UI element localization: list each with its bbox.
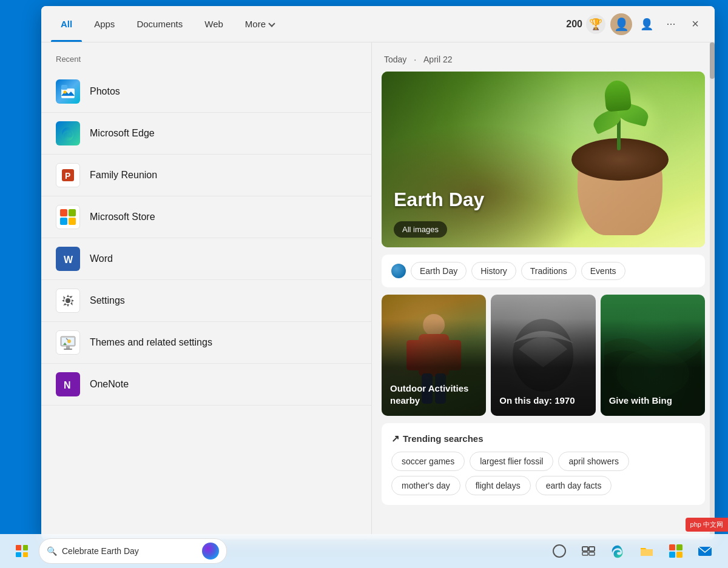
outdoor-label: Outdoor Activities nearby bbox=[390, 383, 486, 406]
onenote-label: OneNote bbox=[90, 379, 129, 390]
card-give-with-bing[interactable]: Give with Bing bbox=[601, 295, 705, 416]
tag-traditions[interactable]: Traditions bbox=[521, 262, 576, 280]
score-value: 200 bbox=[566, 19, 582, 30]
tag-events[interactable]: Events bbox=[581, 262, 625, 280]
edge-icon bbox=[56, 121, 80, 145]
file-explorer-button[interactable] bbox=[633, 538, 660, 564]
sidebar-item-photos[interactable]: Photos bbox=[41, 71, 371, 113]
svg-rect-3 bbox=[61, 85, 67, 90]
nav-tabs: All Apps Documents Web More bbox=[51, 6, 284, 42]
more-options-icon[interactable]: ··· bbox=[661, 15, 681, 34]
taskbar-search[interactable]: 🔍 Celebrate Earth Day bbox=[39, 538, 227, 564]
search-icon: 🔍 bbox=[47, 546, 57, 556]
svg-rect-7 bbox=[69, 209, 76, 216]
svg-point-2 bbox=[64, 91, 67, 94]
win-q3 bbox=[16, 552, 21, 558]
bing-label: Give with Bing bbox=[609, 395, 672, 407]
tag-earth-day[interactable]: Earth Day bbox=[411, 262, 467, 280]
sidebar-item-word[interactable]: W Word bbox=[41, 238, 371, 280]
tab-web[interactable]: Web bbox=[195, 6, 233, 42]
store-taskbar-button[interactable] bbox=[662, 538, 689, 564]
score-badge: 200 🏆 bbox=[566, 15, 605, 34]
svg-text:N: N bbox=[64, 380, 71, 390]
svg-rect-31 bbox=[582, 552, 588, 555]
svg-rect-30 bbox=[589, 547, 595, 551]
family-reunion-label: Family Reunion bbox=[90, 170, 157, 181]
trending-section: ↗ Trending searches soccer games largest… bbox=[382, 423, 705, 505]
search-text: Celebrate Earth Day bbox=[62, 546, 197, 556]
sidebar-item-store[interactable]: Microsoft Store bbox=[41, 196, 371, 238]
themes-icon bbox=[56, 330, 80, 355]
hero-card[interactable]: Earth Day All images bbox=[382, 72, 705, 247]
trend-soccer-games[interactable]: soccer games bbox=[391, 452, 465, 471]
trend-flight-delays[interactable]: flight delays bbox=[465, 476, 531, 495]
trend-earth-day-facts[interactable]: earth day facts bbox=[536, 476, 612, 495]
svg-rect-15 bbox=[66, 346, 70, 349]
svg-rect-36 bbox=[676, 552, 682, 558]
svg-text:W: W bbox=[64, 255, 73, 265]
tab-more[interactable]: More bbox=[235, 6, 284, 42]
trending-chips: soccer games largest flier fossil april … bbox=[391, 452, 695, 495]
tab-all[interactable]: All bbox=[51, 6, 82, 42]
start-button[interactable] bbox=[10, 539, 34, 563]
win-q4 bbox=[23, 552, 29, 558]
profile-icon[interactable]: 👤 bbox=[637, 15, 656, 34]
settings-icon bbox=[56, 289, 80, 313]
recent-label: Recent bbox=[41, 55, 371, 71]
sidebar-item-onenote[interactable]: N OneNote bbox=[41, 364, 371, 406]
sidebar-item-themes[interactable]: Themes and related settings bbox=[41, 322, 371, 364]
mail-taskbar-button[interactable] bbox=[692, 538, 718, 564]
onenote-icon: N bbox=[56, 372, 80, 396]
word-icon: W bbox=[56, 247, 80, 271]
tag-row: Earth Day History Traditions Events bbox=[382, 255, 705, 287]
taskbar: 🔍 Celebrate Earth Day bbox=[0, 534, 728, 568]
taskbar-icons bbox=[546, 538, 718, 564]
hero-title: Earth Day bbox=[394, 189, 484, 211]
all-images-button[interactable]: All images bbox=[394, 221, 447, 238]
svg-text:P: P bbox=[65, 171, 70, 181]
bing-globe-icon bbox=[202, 543, 219, 560]
themes-label: Themes and related settings bbox=[90, 337, 212, 348]
avatar[interactable]: 👤 bbox=[610, 13, 632, 35]
tag-history[interactable]: History bbox=[471, 262, 516, 280]
edge-label: Microsoft Edge bbox=[90, 128, 155, 139]
powerpoint-icon: P bbox=[56, 163, 80, 187]
store-icon bbox=[56, 205, 80, 229]
tab-documents[interactable]: Documents bbox=[127, 6, 192, 42]
trend-april-showers[interactable]: april showers bbox=[558, 452, 629, 471]
photos-icon bbox=[56, 79, 80, 104]
svg-rect-6 bbox=[60, 209, 67, 216]
cortana-button[interactable] bbox=[546, 538, 573, 564]
scrollbar-thumb[interactable] bbox=[710, 42, 715, 79]
sidebar-item-family-reunion[interactable]: P Family Reunion bbox=[41, 155, 371, 196]
tab-apps[interactable]: Apps bbox=[84, 6, 124, 42]
task-view-button[interactable] bbox=[575, 538, 602, 564]
sidebar-item-edge[interactable]: Microsoft Edge bbox=[41, 113, 371, 155]
nav-actions: 200 🏆 👤 👤 ··· × bbox=[566, 13, 705, 35]
history-label: On this day: 1970 bbox=[499, 395, 575, 407]
card-on-this-day[interactable]: On this day: 1970 bbox=[491, 295, 595, 416]
right-panel: Today · April 22 bbox=[372, 42, 715, 540]
store-label: Microsoft Store bbox=[90, 212, 155, 222]
svg-rect-29 bbox=[582, 547, 588, 551]
svg-rect-34 bbox=[676, 544, 682, 550]
svg-rect-8 bbox=[60, 218, 67, 225]
scrollbar-track[interactable] bbox=[710, 42, 715, 540]
trend-largest-flier-fossil[interactable]: largest flier fossil bbox=[470, 452, 553, 471]
nav-bar: All Apps Documents Web More 200 🏆 👤 👤 ··… bbox=[41, 6, 715, 42]
svg-rect-33 bbox=[669, 544, 675, 550]
svg-rect-9 bbox=[69, 218, 76, 225]
win-q2 bbox=[23, 545, 29, 550]
sidebar-item-settings[interactable]: Settings bbox=[41, 280, 371, 322]
close-button[interactable]: × bbox=[686, 15, 705, 34]
svg-point-12 bbox=[66, 298, 70, 303]
svg-point-28 bbox=[553, 545, 565, 557]
photos-label: Photos bbox=[90, 86, 120, 97]
card-outdoor-activities[interactable]: Outdoor Activities nearby bbox=[382, 295, 486, 416]
edge-taskbar-button[interactable] bbox=[604, 538, 631, 564]
trophy-icon[interactable]: 🏆 bbox=[586, 15, 605, 34]
chevron-down-icon bbox=[268, 20, 275, 27]
trending-title: ↗ Trending searches bbox=[391, 433, 695, 444]
word-label: Word bbox=[90, 253, 113, 264]
trend-mothers-day[interactable]: mother's day bbox=[391, 476, 460, 495]
